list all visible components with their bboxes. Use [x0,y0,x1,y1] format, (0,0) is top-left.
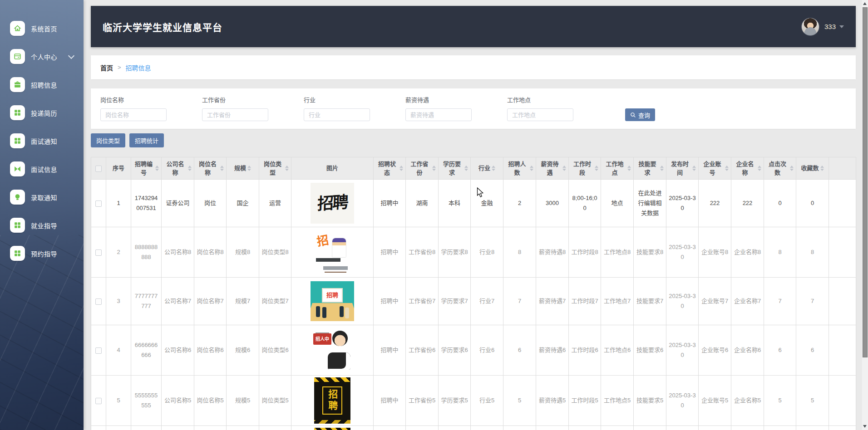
column-header[interactable]: 工作时段 [569,157,601,180]
sort-caret-icon[interactable] [247,166,251,171]
column-header[interactable]: 技能要求 [634,157,666,180]
column-header[interactable]: 行业 [471,157,503,180]
table-cell [569,426,601,430]
page-scrollbar[interactable] [862,0,868,430]
sidebar-item-7[interactable]: 录取通知 [10,187,84,207]
column-header[interactable]: 招聘状态 [374,157,406,180]
table-cell: 6 [764,325,796,376]
row-checkbox[interactable] [95,298,102,305]
column-header[interactable]: 企业名称 [731,157,764,180]
filter-field: 岗位名称 [100,95,167,121]
scrollbar-thumb[interactable] [863,7,868,357]
table-cell: 2025-03-30 [666,227,699,278]
user-menu[interactable]: 333 [801,18,844,36]
sort-caret-icon[interactable] [692,166,696,171]
table-cell: 0 [796,180,829,227]
scrollbar-up-arrow-icon[interactable] [863,2,867,5]
row-checkbox[interactable] [95,200,102,207]
table-cell: 在此处进行编辑相关数据 [634,180,666,227]
sort-caret-icon[interactable] [492,166,495,171]
table-cell: 6666666666 [131,325,162,376]
sort-caret-icon[interactable] [790,166,794,171]
row-checkbox[interactable] [95,398,102,404]
table-cell [666,426,699,430]
sort-caret-icon[interactable] [595,166,598,171]
table-cell: 公司名称5 [162,376,194,426]
filter-input-1[interactable] [100,108,167,121]
table-cell: 5555555555 [131,376,162,426]
search-button[interactable]: 查询 [625,108,655,121]
column-header[interactable]: 规模 [227,157,259,180]
filter-input-4[interactable] [405,108,472,121]
column-header[interactable]: 工作地点 [601,157,634,180]
sort-caret-icon[interactable] [562,166,566,171]
table-cell: 8;00-16;00 [569,180,601,227]
column-header[interactable]: 收藏数 [796,157,829,180]
table-cell: 岗位类型6 [259,325,291,376]
column-header[interactable]: 岗位类型 [259,157,291,180]
sidebar-item-9[interactable]: 预约指导 [10,243,84,264]
column-header[interactable]: 招聘人数 [503,157,536,180]
table-cell: 3 [106,278,131,325]
filter-label: 薪资待遇 [405,95,472,104]
breadcrumb-current[interactable]: 招聘信息 [126,63,151,72]
table-cell [699,426,731,430]
column-header[interactable]: 招聘编号 [131,157,162,180]
column-header[interactable]: 工作省份 [406,157,439,180]
sort-caret-icon[interactable] [399,166,403,171]
row-checkbox[interactable] [95,249,102,256]
sidebar-item-4[interactable]: 投递简历 [10,103,84,123]
table-cell [829,278,856,325]
avatar[interactable] [801,18,819,36]
table-cell: 行业8 [471,227,503,278]
table-row: 46666666666公司名称6岗位名称6规模6岗位类型6招人中招聘中工作省份6… [91,325,856,376]
recruit-stats-button[interactable]: 招聘统计 [129,133,164,147]
column-header: 序号 [106,157,131,180]
sort-caret-icon[interactable] [285,166,289,171]
sort-caret-icon[interactable] [627,166,631,171]
column-header[interactable]: 点击次数 [764,157,796,180]
column-header[interactable]: 学历要求 [439,157,471,180]
sort-caret-icon[interactable] [188,166,192,171]
row-checkbox[interactable] [95,347,102,354]
sort-caret-icon[interactable] [820,166,824,171]
column-header-label: 工作时段 [571,160,593,177]
sidebar-item-2[interactable]: 个人中心 [10,46,84,67]
column-header[interactable]: 岗位名称 [194,157,227,180]
recruit-table-card: 序号招聘编号公司名称岗位名称规模岗位类型图片招聘状态工作省份学历要求行业招聘人数… [91,157,856,430]
sort-caret-icon[interactable] [155,166,159,171]
column-header-label: 工作省份 [408,160,431,177]
sort-caret-icon[interactable] [530,166,533,171]
sort-caret-icon[interactable] [660,166,664,171]
table-cell: 招聘中 [374,376,406,426]
column-header: 图片 [291,157,374,180]
column-header-label: 行业 [478,164,490,173]
table-cell: 行业6 [471,325,503,376]
job-type-button[interactable]: 岗位类型 [91,133,125,147]
sidebar-item-8[interactable]: 就业指导 [10,215,84,235]
filter-input-2[interactable] [202,108,268,121]
column-header[interactable]: 发布时间 [666,157,699,180]
sort-caret-icon[interactable] [220,166,224,171]
sort-caret-icon[interactable] [758,166,761,171]
chevron-down-icon [68,52,74,59]
sidebar-item-3[interactable]: 招聘信息 [10,74,84,95]
sort-caret-icon[interactable] [725,166,729,171]
table-cell [374,426,406,430]
breadcrumb-home[interactable]: 首页 [100,63,113,72]
sidebar-item-6[interactable]: 面试信息 [10,159,84,179]
select-all-checkbox[interactable] [95,166,102,172]
column-header[interactable]: 公司名称 [162,157,194,180]
table-row: 11743294007531证券公司岗位国企运营招聘招聘中湖南本科金融23000… [91,180,856,227]
sidebar-item-5[interactable]: 面试通知 [10,131,84,151]
column-header[interactable]: 薪资待遇 [536,157,569,180]
column-header[interactable]: 企业账号 [699,157,731,180]
scrollbar-down-arrow-icon[interactable] [863,425,867,428]
column-header-label: 图片 [326,164,338,173]
filter-input-3[interactable] [304,108,370,121]
sort-caret-icon[interactable] [432,166,436,171]
filter-input-5[interactable] [507,108,573,121]
sort-caret-icon[interactable] [464,166,468,171]
sidebar-item-1[interactable]: 系统首页 [10,18,84,39]
breadcrumb-separator: > [118,64,121,71]
